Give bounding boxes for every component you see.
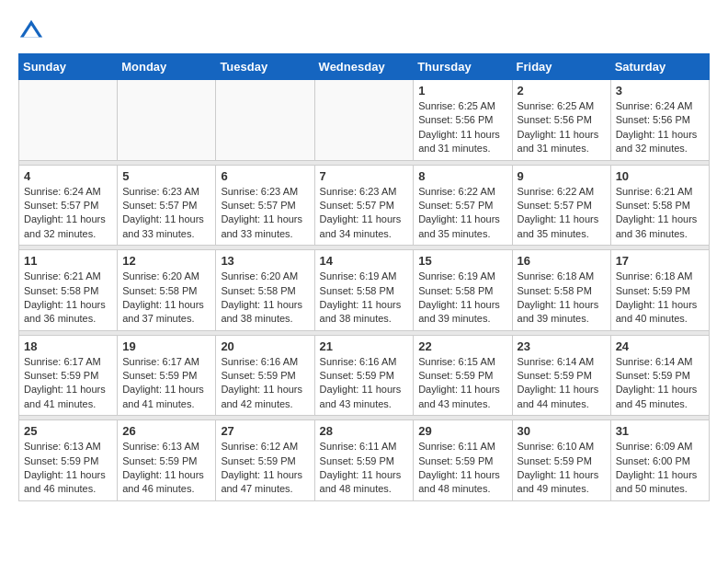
calendar-cell bbox=[216, 80, 314, 161]
calendar-cell: 2Sunrise: 6:25 AMSunset: 5:56 PMDaylight… bbox=[512, 80, 610, 161]
day-number: 24 bbox=[616, 339, 704, 353]
calendar-cell: 11Sunrise: 6:21 AMSunset: 5:58 PMDayligh… bbox=[19, 250, 118, 331]
weekday-header-saturday: Saturday bbox=[610, 54, 709, 80]
weekday-header-friday: Friday bbox=[512, 54, 610, 80]
day-info: Sunrise: 6:24 AMSunset: 5:56 PMDaylight:… bbox=[616, 99, 704, 156]
day-info: Sunrise: 6:25 AMSunset: 5:56 PMDaylight:… bbox=[518, 99, 606, 156]
logo-icon bbox=[18, 18, 44, 44]
calendar-cell: 12Sunrise: 6:20 AMSunset: 5:58 PMDayligh… bbox=[118, 250, 216, 331]
calendar-cell: 22Sunrise: 6:15 AMSunset: 5:59 PMDayligh… bbox=[414, 335, 512, 416]
day-info: Sunrise: 6:19 AMSunset: 5:58 PMDaylight:… bbox=[320, 270, 409, 327]
day-info: Sunrise: 6:11 AMSunset: 5:59 PMDaylight:… bbox=[418, 440, 506, 497]
weekday-header-tuesday: Tuesday bbox=[216, 54, 314, 80]
day-number: 14 bbox=[320, 254, 409, 268]
calendar-week-row: 11Sunrise: 6:21 AMSunset: 5:58 PMDayligh… bbox=[19, 250, 710, 331]
calendar-cell bbox=[118, 80, 216, 161]
calendar-cell: 10Sunrise: 6:21 AMSunset: 5:58 PMDayligh… bbox=[610, 165, 709, 246]
day-number: 26 bbox=[122, 424, 210, 438]
day-number: 15 bbox=[418, 254, 506, 268]
calendar-cell: 17Sunrise: 6:18 AMSunset: 5:59 PMDayligh… bbox=[610, 250, 709, 331]
day-info: Sunrise: 6:21 AMSunset: 5:58 PMDaylight:… bbox=[616, 185, 704, 242]
weekday-header-row: SundayMondayTuesdayWednesdayThursdayFrid… bbox=[19, 54, 710, 80]
calendar-cell: 5Sunrise: 6:23 AMSunset: 5:57 PMDaylight… bbox=[118, 165, 216, 246]
calendar-cell: 1Sunrise: 6:25 AMSunset: 5:56 PMDaylight… bbox=[414, 80, 512, 161]
day-number: 6 bbox=[221, 169, 309, 183]
day-number: 20 bbox=[221, 339, 309, 353]
day-info: Sunrise: 6:22 AMSunset: 5:57 PMDaylight:… bbox=[418, 185, 506, 242]
day-number: 8 bbox=[418, 169, 506, 183]
day-number: 16 bbox=[518, 254, 606, 268]
day-info: Sunrise: 6:14 AMSunset: 5:59 PMDaylight:… bbox=[518, 355, 606, 412]
day-info: Sunrise: 6:23 AMSunset: 5:57 PMDaylight:… bbox=[122, 185, 210, 242]
day-number: 31 bbox=[616, 424, 704, 438]
calendar-cell: 21Sunrise: 6:16 AMSunset: 5:59 PMDayligh… bbox=[314, 335, 414, 416]
day-number: 17 bbox=[616, 254, 704, 268]
weekday-header-thursday: Thursday bbox=[414, 54, 512, 80]
day-number: 30 bbox=[518, 424, 606, 438]
day-info: Sunrise: 6:21 AMSunset: 5:58 PMDaylight:… bbox=[24, 270, 112, 327]
calendar-cell: 4Sunrise: 6:24 AMSunset: 5:57 PMDaylight… bbox=[19, 165, 118, 246]
day-number: 7 bbox=[320, 169, 409, 183]
calendar-week-row: 18Sunrise: 6:17 AMSunset: 5:59 PMDayligh… bbox=[19, 335, 710, 416]
calendar-cell: 16Sunrise: 6:18 AMSunset: 5:58 PMDayligh… bbox=[512, 250, 610, 331]
calendar-cell: 26Sunrise: 6:13 AMSunset: 5:59 PMDayligh… bbox=[118, 420, 216, 501]
day-number: 27 bbox=[221, 424, 309, 438]
logo bbox=[18, 18, 48, 44]
day-info: Sunrise: 6:12 AMSunset: 5:59 PMDaylight:… bbox=[221, 440, 309, 497]
day-info: Sunrise: 6:09 AMSunset: 6:00 PMDaylight:… bbox=[616, 440, 704, 497]
day-info: Sunrise: 6:10 AMSunset: 5:59 PMDaylight:… bbox=[518, 440, 606, 497]
calendar-cell: 24Sunrise: 6:14 AMSunset: 5:59 PMDayligh… bbox=[610, 335, 709, 416]
calendar-cell: 14Sunrise: 6:19 AMSunset: 5:58 PMDayligh… bbox=[314, 250, 414, 331]
calendar-cell: 25Sunrise: 6:13 AMSunset: 5:59 PMDayligh… bbox=[19, 420, 118, 501]
calendar-cell: 18Sunrise: 6:17 AMSunset: 5:59 PMDayligh… bbox=[19, 335, 118, 416]
calendar-cell: 31Sunrise: 6:09 AMSunset: 6:00 PMDayligh… bbox=[610, 420, 709, 501]
calendar-cell: 29Sunrise: 6:11 AMSunset: 5:59 PMDayligh… bbox=[414, 420, 512, 501]
calendar-cell bbox=[19, 80, 118, 161]
calendar-week-row: 4Sunrise: 6:24 AMSunset: 5:57 PMDaylight… bbox=[19, 165, 710, 246]
day-info: Sunrise: 6:19 AMSunset: 5:58 PMDaylight:… bbox=[418, 270, 506, 327]
page-header bbox=[18, 18, 710, 44]
day-info: Sunrise: 6:13 AMSunset: 5:59 PMDaylight:… bbox=[24, 440, 112, 497]
day-number: 21 bbox=[320, 339, 409, 353]
calendar-cell: 15Sunrise: 6:19 AMSunset: 5:58 PMDayligh… bbox=[414, 250, 512, 331]
day-info: Sunrise: 6:25 AMSunset: 5:56 PMDaylight:… bbox=[418, 99, 506, 156]
day-info: Sunrise: 6:14 AMSunset: 5:59 PMDaylight:… bbox=[616, 355, 704, 412]
calendar-cell: 6Sunrise: 6:23 AMSunset: 5:57 PMDaylight… bbox=[216, 165, 314, 246]
day-info: Sunrise: 6:15 AMSunset: 5:59 PMDaylight:… bbox=[418, 355, 506, 412]
calendar-cell: 19Sunrise: 6:17 AMSunset: 5:59 PMDayligh… bbox=[118, 335, 216, 416]
calendar-cell: 27Sunrise: 6:12 AMSunset: 5:59 PMDayligh… bbox=[216, 420, 314, 501]
calendar-week-row: 25Sunrise: 6:13 AMSunset: 5:59 PMDayligh… bbox=[19, 420, 710, 501]
day-number: 29 bbox=[418, 424, 506, 438]
day-number: 13 bbox=[221, 254, 309, 268]
calendar-cell: 3Sunrise: 6:24 AMSunset: 5:56 PMDaylight… bbox=[610, 80, 709, 161]
day-number: 5 bbox=[122, 169, 210, 183]
day-number: 23 bbox=[518, 339, 606, 353]
day-number: 10 bbox=[616, 169, 704, 183]
day-number: 1 bbox=[418, 84, 506, 98]
day-number: 4 bbox=[24, 169, 112, 183]
day-info: Sunrise: 6:17 AMSunset: 5:59 PMDaylight:… bbox=[24, 355, 112, 412]
weekday-header-sunday: Sunday bbox=[19, 54, 118, 80]
day-info: Sunrise: 6:24 AMSunset: 5:57 PMDaylight:… bbox=[24, 185, 112, 242]
day-info: Sunrise: 6:23 AMSunset: 5:57 PMDaylight:… bbox=[320, 185, 409, 242]
calendar-cell: 23Sunrise: 6:14 AMSunset: 5:59 PMDayligh… bbox=[512, 335, 610, 416]
calendar-cell: 7Sunrise: 6:23 AMSunset: 5:57 PMDaylight… bbox=[314, 165, 414, 246]
day-info: Sunrise: 6:20 AMSunset: 5:58 PMDaylight:… bbox=[122, 270, 210, 327]
day-number: 25 bbox=[24, 424, 112, 438]
day-info: Sunrise: 6:22 AMSunset: 5:57 PMDaylight:… bbox=[518, 185, 606, 242]
calendar-cell: 20Sunrise: 6:16 AMSunset: 5:59 PMDayligh… bbox=[216, 335, 314, 416]
calendar-cell: 30Sunrise: 6:10 AMSunset: 5:59 PMDayligh… bbox=[512, 420, 610, 501]
day-number: 19 bbox=[122, 339, 210, 353]
calendar-cell: 9Sunrise: 6:22 AMSunset: 5:57 PMDaylight… bbox=[512, 165, 610, 246]
day-number: 3 bbox=[616, 84, 704, 98]
calendar-cell: 28Sunrise: 6:11 AMSunset: 5:59 PMDayligh… bbox=[314, 420, 414, 501]
day-number: 18 bbox=[24, 339, 112, 353]
day-number: 9 bbox=[518, 169, 606, 183]
calendar-table: SundayMondayTuesdayWednesdayThursdayFrid… bbox=[18, 53, 710, 501]
day-info: Sunrise: 6:18 AMSunset: 5:58 PMDaylight:… bbox=[518, 270, 606, 327]
day-info: Sunrise: 6:16 AMSunset: 5:59 PMDaylight:… bbox=[320, 355, 409, 412]
day-info: Sunrise: 6:20 AMSunset: 5:58 PMDaylight:… bbox=[221, 270, 309, 327]
day-number: 28 bbox=[320, 424, 409, 438]
day-number: 11 bbox=[24, 254, 112, 268]
day-info: Sunrise: 6:16 AMSunset: 5:59 PMDaylight:… bbox=[221, 355, 309, 412]
